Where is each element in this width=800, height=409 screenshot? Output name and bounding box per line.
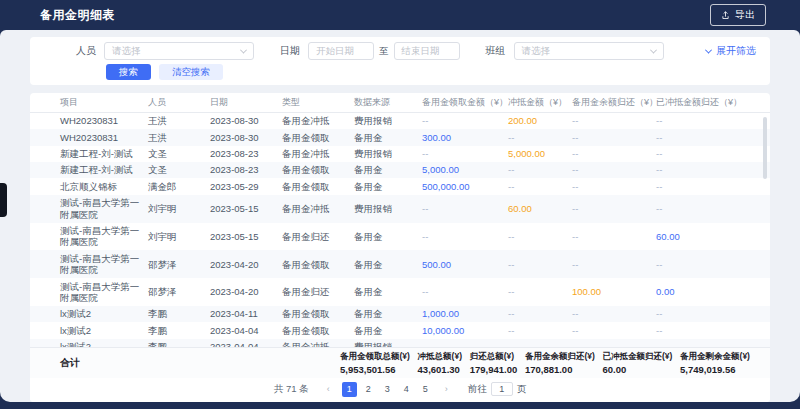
person-select-placeholder: 请选择 (112, 45, 141, 58)
cell-offset-return: -- (656, 146, 750, 162)
chevron-down-icon (705, 46, 712, 53)
table-body: WH20230831王洪2023-08-30备用金冲抵费用报销--200.00-… (30, 113, 770, 347)
cell-offset-return: -- (656, 129, 750, 145)
cell-person: 满金郎 (148, 178, 210, 194)
summary-item: 已冲抵金额归还(¥)60.00 (602, 351, 672, 375)
team-filter: 班组 请选择 (486, 42, 664, 60)
page-button[interactable]: 2 (361, 382, 376, 397)
expand-filter-label: 展开筛选 (716, 44, 756, 58)
date-filter-label: 日期 (280, 44, 300, 58)
summary-item-label: 备用金余额归还(¥) (525, 351, 595, 363)
content-area: 人员 请选择 日期 开始日期 至 结束日期 班组 请选择 (0, 30, 800, 402)
cell-source: 备用金 (354, 228, 422, 244)
cell-offset: -- (508, 178, 572, 194)
expand-filter-toggle[interactable]: 展开筛选 (706, 44, 756, 58)
summary-total-label: 合计 (60, 356, 340, 370)
cell-offset-return: -- (656, 322, 750, 338)
cell-source: 费用报销 (354, 146, 422, 162)
date-range-separator: 至 (379, 45, 389, 58)
table-row: WH20230831王洪2023-08-30备用金领取备用金300.00----… (30, 129, 770, 145)
cell-offset-return: -- (656, 113, 750, 129)
team-select[interactable]: 请选择 (514, 42, 664, 60)
next-page-button[interactable]: › (439, 382, 454, 397)
cell-offset-return: -- (656, 162, 750, 178)
cell-balance-return: -- (572, 146, 656, 162)
page-button[interactable]: 1 (342, 382, 357, 397)
cell-date: 2023-04-11 (210, 306, 282, 322)
header-cell-1: 人员 (148, 93, 210, 112)
goto-page-input[interactable] (491, 382, 513, 396)
goto-label: 前往 (468, 383, 487, 396)
cell-type: 备用金冲抵 (282, 113, 354, 129)
cell-amount: 500,000.00 (422, 178, 508, 194)
cell-person: 邵梦泽 (148, 284, 210, 300)
date-start-input[interactable]: 开始日期 (308, 42, 374, 60)
cell-person: 王洪 (148, 129, 210, 145)
cell-offset-return: 60.00 (656, 228, 750, 244)
cell-amount: 300.00 (422, 129, 508, 145)
topbar: 备用金明细表 导出 (0, 0, 800, 30)
cell-type: 备用金领取 (282, 256, 354, 272)
page-title: 备用金明细表 (40, 7, 115, 24)
cell-project: 新建工程-刘-测试 (60, 146, 148, 162)
export-button[interactable]: 导出 (710, 4, 766, 26)
cell-source: 费用报销 (354, 113, 422, 129)
cell-person: 刘宇明 (148, 228, 210, 244)
cell-person: 李鹏 (148, 306, 210, 322)
date-start-placeholder: 开始日期 (316, 45, 354, 58)
header-cell-2: 日期 (210, 93, 282, 112)
clear-search-button[interactable]: 清空搜索 (159, 64, 223, 80)
page-button[interactable]: 3 (380, 382, 395, 397)
person-select[interactable]: 请选择 (104, 42, 254, 60)
table-row: 测试-南昌大学第一附属医院刘宇明2023-05-15备用金冲抵费用报销--60.… (30, 195, 770, 223)
person-filter: 人员 请选择 (76, 42, 254, 60)
cell-person: 李鹏 (148, 339, 210, 347)
page-button[interactable]: 5 (418, 382, 433, 397)
cell-offset-return: -- (656, 306, 750, 322)
cell-offset: -- (508, 256, 572, 272)
cell-person: 文圣 (148, 162, 210, 178)
cell-person: 刘宇明 (148, 200, 210, 216)
export-icon (721, 11, 730, 20)
page-button[interactable]: 4 (399, 382, 414, 397)
cell-type: 备用金归还 (282, 284, 354, 300)
date-filter: 日期 开始日期 至 结束日期 (280, 42, 460, 60)
summary-item: 备用金剩余金额(¥)5,749,019.56 (680, 351, 750, 375)
cell-date: 2023-05-15 (210, 200, 282, 216)
cell-offset: 60.00 (508, 200, 572, 216)
table-row: 新建工程-刘-测试文圣2023-08-23备用金冲抵费用报销--5,000.00… (30, 146, 770, 162)
goto-page: 前往 页 (468, 382, 527, 396)
cell-source: 备用金 (354, 129, 422, 145)
cell-type: 备用金领取 (282, 162, 354, 178)
cell-type: 备用金领取 (282, 306, 354, 322)
summary-item: 备用金领取总额(¥)5,953,501.56 (340, 351, 410, 375)
cell-person: 文圣 (148, 146, 210, 162)
cell-source: 备用金 (354, 306, 422, 322)
summary-item-label: 备用金剩余金额(¥) (680, 351, 750, 363)
cell-source: 费用报销 (354, 200, 422, 216)
cell-offset-return: 0.00 (656, 284, 750, 300)
cell-offset: -- (508, 306, 572, 322)
cell-offset-return: -- (656, 178, 750, 194)
date-end-input[interactable]: 结束日期 (394, 42, 460, 60)
cell-person: 王洪 (148, 113, 210, 129)
filter-card: 人员 请选择 日期 开始日期 至 结束日期 班组 请选择 (30, 37, 770, 85)
cell-balance-return: -- (572, 129, 656, 145)
cell-amount: 500.00 (422, 256, 508, 272)
prev-page-button[interactable]: ‹ (321, 382, 336, 397)
cell-offset: -- (508, 284, 572, 300)
cell-person: 邵梦泽 (148, 256, 210, 272)
summary-item: 备用金余额归还(¥)170,881.00 (525, 351, 595, 375)
date-end-placeholder: 结束日期 (402, 45, 440, 58)
search-button[interactable]: 搜索 (106, 64, 151, 80)
summary-row: 合计 备用金领取总额(¥)5,953,501.56冲抵总额(¥)43,601.3… (30, 347, 770, 378)
drawer-handle-button[interactable] (0, 183, 7, 217)
header-cell-6: 冲抵金额（¥） (508, 93, 572, 112)
cell-project: lx测试2 (60, 306, 148, 322)
table-scrollbar[interactable] (763, 117, 767, 179)
chevron-down-icon (240, 46, 247, 53)
summary-item-value: 5,953,501.56 (340, 364, 410, 375)
filter-actions: 搜索 清空搜索 (44, 64, 756, 80)
cell-project: WH20230831 (60, 129, 148, 145)
team-select-placeholder: 请选择 (522, 45, 551, 58)
